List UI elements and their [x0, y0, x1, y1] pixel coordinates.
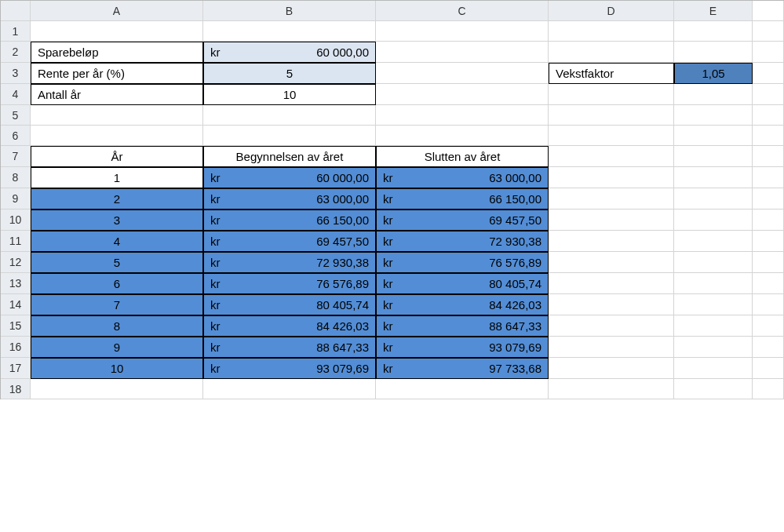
row-header-10[interactable]: 10: [1, 210, 31, 231]
cell-C2[interactable]: [376, 42, 549, 63]
cell-C7-header-end[interactable]: Slutten av året: [376, 146, 549, 167]
cell-D15[interactable]: [549, 315, 674, 337]
cell-D17[interactable]: [549, 358, 674, 379]
cell-C18[interactable]: [376, 379, 549, 399]
cell-C4[interactable]: [376, 84, 549, 105]
cell-E3-vekstfaktor-value[interactable]: 1,05: [674, 63, 753, 84]
cell-C8-end[interactable]: kr 63 000,00: [376, 167, 549, 188]
cell-C11-end[interactable]: kr72 930,38: [376, 231, 549, 252]
cell-A11-year[interactable]: 4: [31, 231, 203, 252]
cell-E2[interactable]: [674, 42, 753, 63]
row-header-15[interactable]: 15: [1, 315, 31, 337]
cell-E6[interactable]: [674, 126, 753, 146]
col-header-A[interactable]: A: [31, 1, 203, 21]
cell-B18[interactable]: [203, 379, 376, 399]
col-header-D[interactable]: D: [549, 1, 674, 21]
cell-A2-sparebelop-label[interactable]: Sparebeløp: [31, 42, 203, 63]
cell-E7[interactable]: [674, 146, 753, 167]
cell-A18[interactable]: [31, 379, 203, 399]
cell-B10-begin[interactable]: kr66 150,00: [203, 210, 376, 231]
cell-B7-header-begin[interactable]: Begynnelsen av året: [203, 146, 376, 167]
cell-E14[interactable]: [674, 294, 753, 315]
cell-C1[interactable]: [376, 21, 549, 42]
cell-E13[interactable]: [674, 273, 753, 294]
cell-B6[interactable]: [203, 126, 376, 146]
cell-D10[interactable]: [549, 210, 674, 231]
row-header-16[interactable]: 16: [1, 337, 31, 358]
row-header-5[interactable]: 5: [1, 105, 31, 126]
cell-D16[interactable]: [549, 337, 674, 358]
cell-D4[interactable]: [549, 84, 674, 105]
row-header-12[interactable]: 12: [1, 252, 31, 273]
cell-B12-begin[interactable]: kr72 930,38: [203, 252, 376, 273]
row-header-7[interactable]: 7: [1, 146, 31, 167]
cell-A14-year[interactable]: 7: [31, 294, 203, 315]
cell-B15-begin[interactable]: kr84 426,03: [203, 315, 376, 337]
row-header-11[interactable]: 11: [1, 231, 31, 252]
row-header-2[interactable]: 2: [1, 42, 31, 63]
cell-A16-year[interactable]: 9: [31, 337, 203, 358]
cell-A7-header-year[interactable]: År: [31, 146, 203, 167]
row-header-6[interactable]: 6: [1, 126, 31, 146]
cell-A17-year[interactable]: 10: [31, 358, 203, 379]
cell-C13-end[interactable]: kr80 405,74: [376, 273, 549, 294]
cell-A3-rente-label[interactable]: Rente per år (%): [31, 63, 203, 84]
cell-E8[interactable]: [674, 167, 753, 188]
cell-E12[interactable]: [674, 252, 753, 273]
cell-E16[interactable]: [674, 337, 753, 358]
cell-D8[interactable]: [549, 167, 674, 188]
cell-A9-year[interactable]: 2: [31, 188, 203, 210]
cell-E4[interactable]: [674, 84, 753, 105]
cell-C9-end[interactable]: kr66 150,00: [376, 188, 549, 210]
cell-A15-year[interactable]: 8: [31, 315, 203, 337]
cell-D1[interactable]: [549, 21, 674, 42]
cell-B14-begin[interactable]: kr80 405,74: [203, 294, 376, 315]
row-header-14[interactable]: 14: [1, 294, 31, 315]
cell-C17-end[interactable]: kr97 733,68: [376, 358, 549, 379]
cell-C14-end[interactable]: kr84 426,03: [376, 294, 549, 315]
cell-A13-year[interactable]: 6: [31, 273, 203, 294]
corner-cell[interactable]: [1, 1, 31, 21]
cell-E17[interactable]: [674, 358, 753, 379]
cell-E10[interactable]: [674, 210, 753, 231]
cell-A8-year[interactable]: 1: [31, 167, 203, 188]
cell-B9-begin[interactable]: kr63 000,00: [203, 188, 376, 210]
cell-D18[interactable]: [549, 379, 674, 399]
cell-A10-year[interactable]: 3: [31, 210, 203, 231]
cell-A4-antall-label[interactable]: Antall år: [31, 84, 203, 105]
cell-D3-vekstfaktor-label[interactable]: Vekstfaktor: [549, 63, 674, 84]
cell-A5[interactable]: [31, 105, 203, 126]
cell-E1[interactable]: [674, 21, 753, 42]
row-header-1[interactable]: 1: [1, 21, 31, 42]
cell-B13-begin[interactable]: kr76 576,89: [203, 273, 376, 294]
cell-B5[interactable]: [203, 105, 376, 126]
cell-C16-end[interactable]: kr93 079,69: [376, 337, 549, 358]
cell-B1[interactable]: [203, 21, 376, 42]
cell-A6[interactable]: [31, 126, 203, 146]
row-header-17[interactable]: 17: [1, 358, 31, 379]
row-header-13[interactable]: 13: [1, 273, 31, 294]
cell-D9[interactable]: [549, 188, 674, 210]
row-header-3[interactable]: 3: [1, 63, 31, 84]
cell-C6[interactable]: [376, 126, 549, 146]
cell-C15-end[interactable]: kr88 647,33: [376, 315, 549, 337]
cell-C10-end[interactable]: kr69 457,50: [376, 210, 549, 231]
cell-C3[interactable]: [376, 63, 549, 84]
row-header-9[interactable]: 9: [1, 188, 31, 210]
cell-A12-year[interactable]: 5: [31, 252, 203, 273]
cell-D12[interactable]: [549, 252, 674, 273]
row-header-8[interactable]: 8: [1, 167, 31, 188]
cell-B2-sparebelop-value[interactable]: kr 60 000,00: [203, 42, 376, 63]
row-header-18[interactable]: 18: [1, 379, 31, 399]
cell-D5[interactable]: [549, 105, 674, 126]
cell-B8-begin[interactable]: kr 60 000,00: [203, 167, 376, 188]
cell-D7[interactable]: [549, 146, 674, 167]
cell-D2[interactable]: [549, 42, 674, 63]
cell-E15[interactable]: [674, 315, 753, 337]
cell-B16-begin[interactable]: kr88 647,33: [203, 337, 376, 358]
cell-C5[interactable]: [376, 105, 549, 126]
cell-D13[interactable]: [549, 273, 674, 294]
col-header-E[interactable]: E: [674, 1, 753, 21]
cell-E5[interactable]: [674, 105, 753, 126]
cell-B4-antall-value[interactable]: 10: [203, 84, 376, 105]
